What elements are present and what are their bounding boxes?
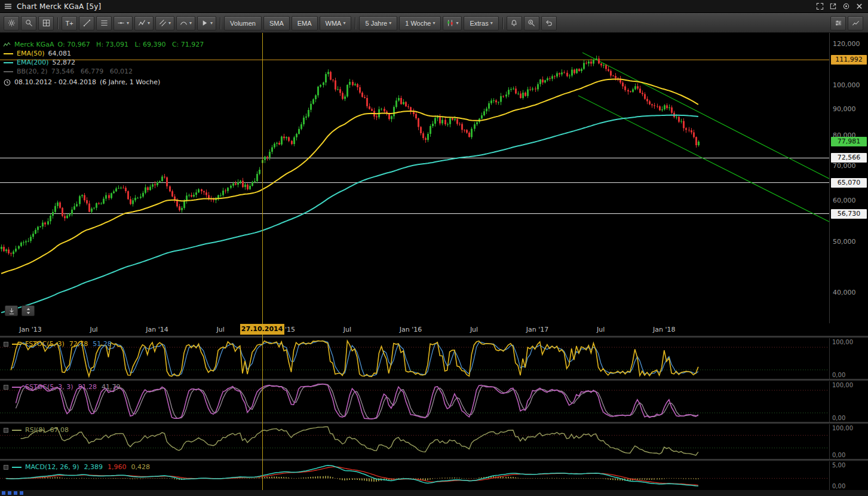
indicator-panel-sstoc[interactable]: SSTOC(5, 3, 3) 51,28 41,79 100,00 0,00 [0, 381, 868, 422]
indicator-toggle[interactable] [4, 342, 8, 347]
price-badge: 72,566 [831, 153, 867, 163]
sstoc-value-k: 51,28 [78, 383, 97, 391]
price-axis[interactable]: 120,000100,00090,00080,00070,00060,00050… [829, 33, 868, 323]
toolbar-separator [220, 17, 220, 29]
ema50-label: EMA(50) [17, 50, 45, 57]
chevron-down-icon: ▾ [127, 21, 129, 26]
interval-select[interactable]: 1 Woche▾ [399, 16, 441, 30]
fstoc-plot[interactable] [0, 338, 829, 379]
indicator-panel-macd[interactable]: MACD(12, 26, 9) 2,389 1,960 0,428 5,00 0… [0, 461, 868, 490]
curve-tool-button[interactable]: ▾ [176, 16, 195, 30]
popout-button[interactable] [826, 1, 839, 13]
taskbar-item[interactable] [20, 491, 23, 495]
ohlc-values: O: 70,967 H: 73,091 L: 69,390 C: 71,927 [57, 41, 204, 48]
time-tick: Jul [330, 326, 364, 333]
ema50-value: 64,081 [48, 50, 72, 57]
range-label: 5 Jahre [365, 20, 387, 27]
taskbar-item[interactable] [8, 491, 11, 495]
rsi-plot[interactable] [0, 424, 829, 459]
pane-down-button[interactable] [5, 305, 18, 316]
time-axis[interactable]: Jan '13JulJan '14JulJan '15JulJan '16Jul… [0, 323, 829, 336]
chart-legend: Merck KGaA O: 70,967 H: 73,091 L: 69,390… [4, 40, 204, 87]
macd-value: 2,389 [84, 463, 103, 471]
chevron-down-icon: ▾ [168, 21, 171, 26]
bb-label: BB(20, 2) [17, 68, 48, 75]
taskbar-item[interactable] [2, 491, 5, 495]
sma-button[interactable]: SMA [263, 16, 290, 30]
macd-legend[interactable]: MACD(12, 26, 9) 2,389 1,960 0,428 [4, 463, 150, 471]
indicator-button[interactable] [848, 16, 863, 30]
price-badge: 77,981 [831, 137, 867, 146]
text-tool-button[interactable]: T+ [62, 16, 77, 30]
autoscale-button[interactable] [22, 305, 35, 316]
ema-button[interactable]: EMA [292, 16, 318, 30]
sstoc-plot[interactable] [0, 381, 829, 422]
chevron-down-icon: ▾ [490, 21, 493, 26]
zoom-in-button[interactable] [524, 16, 539, 30]
price-tick: 70,000 [833, 162, 856, 170]
undo-icon [545, 19, 553, 27]
wma-button[interactable]: WMA▾ [320, 16, 352, 30]
line-chart-icon [852, 19, 860, 27]
main-chart-area[interactable]: 120,000100,00090,00080,00070,00060,00050… [0, 33, 868, 336]
channel-tool-button[interactable]: ▾ [155, 16, 174, 30]
macd-hist-value: 0,428 [131, 463, 151, 471]
indicator-toggle[interactable] [4, 465, 8, 470]
sparkline-icon [4, 41, 11, 48]
maximize-button[interactable] [813, 1, 826, 13]
fstoc-name: FSTOC(5, 3) [25, 340, 65, 348]
bell-icon [510, 19, 518, 27]
popout-icon [829, 2, 837, 10]
chart-settings-button[interactable] [830, 16, 846, 30]
legend-ema200-row[interactable]: EMA(200) 52,872 [4, 58, 204, 67]
price-tick: 60,000 [833, 197, 856, 205]
chevron-down-icon: ▾ [189, 21, 192, 26]
price-tick: 100,000 [833, 81, 860, 90]
legend-bb-row[interactable]: BB(20, 2) 73,546 66,779 60,012 [4, 67, 204, 76]
trendline-tool-button[interactable] [79, 16, 94, 30]
taskbar-item[interactable] [14, 491, 17, 495]
menu-button[interactable] [0, 0, 16, 13]
chevron-down-icon: ▾ [210, 21, 213, 26]
channel-icon [159, 19, 167, 27]
search-button[interactable] [21, 16, 36, 30]
sstoc-name: SSTOC(5, 3, 3) [25, 383, 73, 391]
zoom-in-icon [527, 19, 535, 27]
layout-button[interactable] [38, 16, 54, 30]
target-icon [842, 2, 850, 10]
hline-tool-button[interactable]: ▾ [114, 16, 133, 30]
fstoc-legend[interactable]: FSTOC(5, 3) 72,78 51,28 [4, 340, 112, 348]
indicator-panel-fstoc[interactable]: FSTOC(5, 3) 72,78 51,28 100,00 0,00 [0, 338, 868, 379]
chart-type-select[interactable]: ▾ [443, 16, 462, 30]
toolbar: T+ ▾ ▾ ▾ ▾ ▾ Volumen SMA EMA WMA▾ 5 Jahr… [0, 13, 868, 33]
sstoc-legend[interactable]: SSTOC(5, 3, 3) 51,28 41,79 [4, 383, 121, 391]
indicator-toggle[interactable] [4, 385, 8, 390]
symbol-name: Merck KGaA [14, 41, 54, 48]
indicator-panel-rsi[interactable]: RSI(8) 67,08 100,00 0,00 [0, 424, 868, 459]
undo-button[interactable] [541, 16, 557, 30]
alerts-button[interactable] [507, 16, 522, 30]
fibonacci-tool-button[interactable] [96, 16, 112, 30]
polyline-tool-button[interactable]: ▾ [134, 16, 154, 30]
price-badge: 65,070 [831, 178, 867, 188]
target-button[interactable] [839, 1, 852, 13]
settings-button[interactable] [4, 16, 19, 30]
rsi-axis-bottom: 0,00 [832, 452, 845, 458]
time-tick: Jul [77, 326, 111, 333]
sstoc-value-d: 41,79 [102, 383, 121, 391]
close-button[interactable] [852, 1, 866, 13]
chevron-down-icon: ▾ [343, 21, 345, 26]
legend-ema50-row[interactable]: EMA(50) 64,081 [4, 49, 204, 58]
volumen-button[interactable]: Volumen [224, 16, 262, 30]
indicator-toggle[interactable] [4, 428, 8, 433]
date-range: 08.10.2012 - 02.04.2018 [14, 78, 96, 86]
sstoc-line-sample [12, 387, 22, 388]
chevron-down-icon: ▾ [456, 21, 458, 26]
bb-values: 73,546 66,779 60,012 [51, 68, 133, 75]
extras-menu[interactable]: Extras▾ [464, 16, 498, 30]
fstoc-value-k: 72,78 [69, 340, 88, 348]
pointer-tool-button[interactable]: ▾ [197, 16, 216, 30]
range-select[interactable]: 5 Jahre▾ [359, 16, 397, 30]
legend-symbol-row[interactable]: Merck KGaA O: 70,967 H: 73,091 L: 69,390… [4, 40, 204, 49]
rsi-legend[interactable]: RSI(8) 67,08 [4, 426, 69, 434]
